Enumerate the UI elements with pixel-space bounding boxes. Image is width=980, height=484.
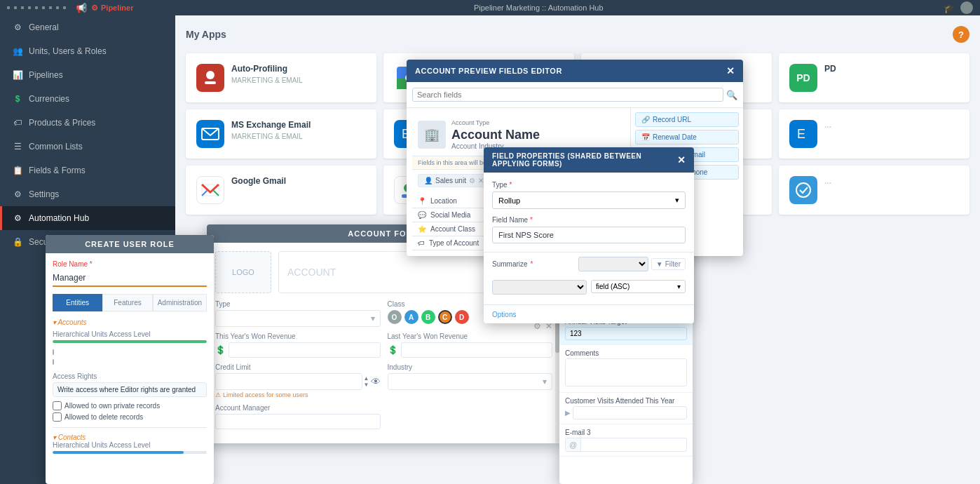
class-dot-d[interactable]: D [455, 310, 469, 324]
filter-button[interactable]: ▼ Filter [651, 258, 686, 270]
account-manager-spacer [388, 404, 553, 429]
req-asterisk: * [531, 260, 533, 268]
app-card-auto-profiling[interactable]: Auto-Profiling MARKETING & EMAIL [186, 53, 376, 102]
app-card-gmail[interactable]: Google Gmail [186, 166, 376, 215]
role-name-input[interactable] [53, 270, 207, 287]
class-dot-c[interactable]: C [438, 310, 452, 324]
checkbox-own-private-label: Allowed to own private records [64, 402, 160, 410]
contacts-hierarchical-label: Hierarchical Units Access Level [53, 441, 207, 449]
checkbox-delete-records-label: Allowed to delete records [64, 413, 143, 421]
sales-unit-gear[interactable]: ⚙ [469, 177, 475, 184]
type-select[interactable] [215, 310, 381, 327]
app-card-blue[interactable]: ... [779, 166, 969, 215]
tab-administration[interactable]: Administration [153, 294, 207, 311]
app-card-ms4[interactable]: E ... [779, 109, 969, 159]
top-bar: 📢 ⚙ Pipeliner Pipeliner Marketing :: Aut… [0, 0, 980, 15]
field-label-email3: E-mail 3 [565, 429, 687, 436]
hierarchical-progress [53, 340, 207, 343]
sort-order-select[interactable]: field (ASC) ▾ [591, 280, 686, 293]
account-preview-editor-title: ACCOUNT PREVIEW FIELDS EDITOR [415, 67, 562, 75]
sidebar-item-general[interactable]: ⚙ General [0, 15, 175, 39]
this-year-revenue-input[interactable] [229, 342, 381, 358]
right-field-renewal-date: 📅 Renewal Date [635, 130, 739, 144]
access-rights-label: Access Rights [53, 372, 207, 380]
app-info-msexchange-email: MS Exchange Email MARKETING & EMAIL [231, 120, 366, 140]
resize-handle[interactable] [53, 347, 57, 367]
currency-icon-1: 💲 [215, 345, 226, 355]
field-properties-modal: FIELD PROPERTIES (SHARED BETWEEN APPLYIN… [484, 147, 694, 323]
sidebar-item-fields-forms[interactable]: 📋 Fields & Forms [0, 159, 175, 182]
fp-options-row: Options [484, 304, 694, 323]
fp-sort-row: field (ASC) ▾ [484, 276, 694, 304]
common-lists-icon: ☰ [12, 141, 23, 152]
preview-account-info: Account Type Account Name Account Indust… [451, 119, 540, 150]
eye-button[interactable]: 👁 [371, 376, 381, 387]
app-icon-gmail [196, 176, 224, 204]
sidebar-item-units-users-roles[interactable]: 👥 Units, Users & Roles [0, 39, 175, 63]
type-select[interactable]: Rollup ▾ [492, 191, 686, 209]
account-preview-search-input[interactable] [412, 88, 723, 102]
credit-industry-row: Credit Limit ▲ ▼ 👁 ⚠ Limited access [215, 363, 552, 398]
search-icon: 🔍 [726, 90, 737, 100]
tab-features[interactable]: Features [102, 294, 152, 311]
sales-unit-remove[interactable]: ✕ [478, 177, 484, 184]
role-name-label: Role Name * [53, 260, 207, 268]
type-field-label: Type [215, 300, 381, 308]
currencies-icon: $ [12, 93, 23, 105]
last-year-revenue-field: Last Year's Won Revenue 💲 [388, 332, 553, 358]
school-icon: 🎓 [944, 3, 955, 13]
summarize-select[interactable] [578, 257, 648, 271]
checkbox-own-private-input[interactable] [53, 401, 62, 410]
field-properties-body: Type * Rollup ▾ Field Name * [484, 173, 694, 252]
link-icon: 🔗 [641, 116, 650, 123]
account-preview-editor-close[interactable]: ✕ [726, 65, 735, 76]
general-icon: ⚙ [12, 22, 23, 33]
checkbox-delete-records-input[interactable] [53, 412, 62, 422]
customer-visits-input[interactable] [573, 406, 687, 419]
class-dot-b[interactable]: B [421, 310, 435, 324]
account-manager-input[interactable] [215, 414, 381, 429]
field-input-comments[interactable] [565, 358, 687, 386]
credit-limit-input[interactable] [216, 374, 362, 389]
credit-limit-input-wrap: ▲ ▼ 👁 [215, 373, 381, 390]
units-icon: 👥 [12, 46, 23, 57]
field-input-annual-visits[interactable] [565, 327, 687, 340]
calendar-icon: 📅 [641, 133, 650, 141]
user-avatar[interactable] [960, 1, 973, 14]
user-icon: 👤 [424, 177, 433, 184]
at-icon: @ [566, 438, 581, 451]
email3-input[interactable] [581, 439, 686, 451]
credit-down-button[interactable]: ▼ [364, 382, 369, 388]
type-field: Type [215, 300, 381, 327]
class-dot-a[interactable]: A [404, 310, 418, 324]
class-dot-o[interactable]: O [388, 310, 402, 324]
help-button[interactable]: ? [953, 26, 969, 43]
create-user-role-tabs: Entities Features Administration [53, 294, 207, 311]
sidebar-item-settings[interactable]: ⚙ Settings [0, 182, 175, 206]
my-apps-title: My Apps [186, 29, 226, 40]
options-link[interactable]: Options [492, 311, 516, 318]
svg-text:E: E [797, 127, 805, 141]
field-properties-close[interactable]: ✕ [677, 154, 686, 166]
field-name-input[interactable] [492, 227, 686, 243]
revenue-row: ⚙ ✕ This Year's Won Revenue 💲 Last Year'… [215, 332, 552, 358]
app-card-pd[interactable]: PD PD [779, 53, 969, 102]
svg-rect-1 [205, 81, 216, 84]
svg-point-22 [796, 183, 810, 197]
credit-up-button[interactable]: ▲ [364, 375, 369, 382]
sort-field-select[interactable] [492, 280, 587, 295]
sidebar-item-pipelines[interactable]: 📊 Pipelines [0, 63, 175, 87]
field-name-label: Field Name * [492, 216, 686, 224]
megaphone-icon: 📢 [76, 3, 87, 13]
sidebar-item-currencies[interactable]: $ Currencies [0, 87, 175, 111]
last-year-revenue-input[interactable] [401, 342, 553, 358]
field-item-comments: Comments [559, 345, 693, 393]
tab-entities[interactable]: Entities [53, 294, 102, 311]
app-card-msexchange-email[interactable]: MS Exchange Email MARKETING & EMAIL [186, 109, 376, 159]
sidebar-item-products-prices[interactable]: 🏷 Products & Prices [0, 111, 175, 135]
sidebar-item-automation-hub[interactable]: ⚙ Automation Hub [0, 206, 175, 230]
field-properties-footer: Summarize * ▼ Filter [484, 252, 694, 276]
app-info-auto-profiling: Auto-Profiling MARKETING & EMAIL [231, 64, 366, 84]
sidebar-item-common-lists[interactable]: ☰ Common Lists [0, 135, 175, 159]
industry-select[interactable] [388, 373, 553, 390]
